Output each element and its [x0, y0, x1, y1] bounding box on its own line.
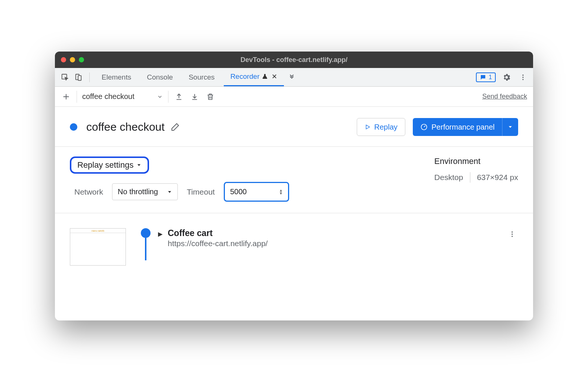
flask-icon	[262, 73, 268, 80]
caret-down-icon	[167, 189, 172, 195]
number-stepper-icon[interactable]: ▲▼	[279, 189, 283, 195]
inspect-icon[interactable]	[59, 72, 71, 83]
svg-point-8	[511, 233, 513, 235]
caret-down-icon	[136, 162, 142, 168]
tab-sources[interactable]: Sources	[182, 68, 222, 86]
chevron-down-icon	[157, 94, 163, 100]
devtools-window: DevTools - coffee-cart.netlify.app/ Elem…	[55, 52, 533, 320]
edit-title-icon[interactable]	[171, 123, 180, 131]
timeout-input[interactable]: 5000 ▲▼	[224, 182, 289, 202]
environment-device: Desktop	[434, 173, 463, 182]
delete-icon[interactable]	[205, 93, 216, 101]
traffic-lights	[61, 57, 84, 62]
svg-point-4	[522, 77, 523, 78]
import-icon[interactable]	[189, 93, 200, 101]
svg-point-5	[522, 79, 523, 80]
divider	[470, 172, 470, 183]
export-icon[interactable]	[174, 93, 184, 101]
divider	[168, 91, 168, 103]
tab-console[interactable]: Console	[140, 68, 180, 86]
divider	[89, 72, 90, 82]
settings-section: Replay settings Network No throttling Ti…	[55, 147, 533, 213]
caret-down-icon	[508, 124, 513, 130]
maximize-window-button[interactable]	[79, 57, 84, 62]
tabs-bar: Elements Console Sources Recorder ✕ 1	[55, 68, 533, 87]
device-toggle-icon[interactable]	[73, 72, 84, 83]
expand-step-icon[interactable]: ▶	[158, 230, 163, 238]
replay-button[interactable]: Replay	[357, 118, 405, 136]
more-tabs-icon[interactable]	[286, 72, 297, 83]
tab-elements[interactable]: Elements	[95, 68, 138, 86]
kebab-menu-icon[interactable]	[517, 72, 529, 83]
recording-selector[interactable]: coffee checkout	[82, 92, 163, 101]
tab-recorder[interactable]: Recorder ✕	[224, 68, 284, 86]
window-title: DevTools - coffee-cart.netlify.app/	[241, 56, 347, 64]
steps-list: menu cart(0) ▶ Coffee cart https://coffe…	[55, 213, 533, 266]
timeline-marker	[141, 228, 151, 260]
divider	[77, 91, 77, 103]
environment-dimensions: 637×924 px	[477, 173, 518, 182]
svg-rect-2	[78, 75, 81, 80]
recording-title: coffee checkout	[86, 121, 165, 133]
performance-dropdown-button[interactable]	[502, 118, 518, 136]
svg-point-3	[522, 74, 523, 75]
minimize-window-button[interactable]	[70, 57, 75, 62]
environment-section: Environment Desktop 637×924 px	[434, 156, 518, 202]
messages-badge[interactable]: 1	[476, 72, 496, 82]
environment-title: Environment	[434, 156, 518, 166]
gauge-icon	[420, 123, 428, 131]
performance-panel-button[interactable]: Performance panel	[413, 118, 502, 136]
close-window-button[interactable]	[61, 57, 66, 62]
recording-header: coffee checkout Replay Performance panel	[55, 107, 533, 147]
step-url: https://coffee-cart.netlify.app/	[168, 239, 268, 248]
recorder-toolbar: coffee checkout Send feedback	[55, 87, 533, 107]
step-title: Coffee cart	[168, 228, 268, 238]
step-kebab-menu-icon[interactable]	[506, 228, 518, 240]
play-icon	[365, 124, 371, 130]
recording-status-dot	[70, 123, 77, 131]
network-throttling-select[interactable]: No throttling	[112, 183, 178, 200]
step-thumbnail: menu cart(0)	[70, 228, 126, 266]
svg-point-9	[511, 236, 513, 237]
message-icon	[480, 74, 486, 81]
titlebar: DevTools - coffee-cart.netlify.app/	[55, 52, 533, 68]
network-label: Network	[74, 187, 103, 196]
svg-point-7	[511, 232, 513, 233]
timeout-label: Timeout	[187, 187, 215, 196]
add-recording-button[interactable]	[61, 93, 71, 101]
replay-settings-toggle[interactable]: Replay settings	[70, 156, 149, 174]
settings-gear-icon[interactable]	[501, 72, 512, 83]
close-tab-icon[interactable]: ✕	[272, 72, 277, 81]
send-feedback-link[interactable]: Send feedback	[482, 93, 527, 100]
